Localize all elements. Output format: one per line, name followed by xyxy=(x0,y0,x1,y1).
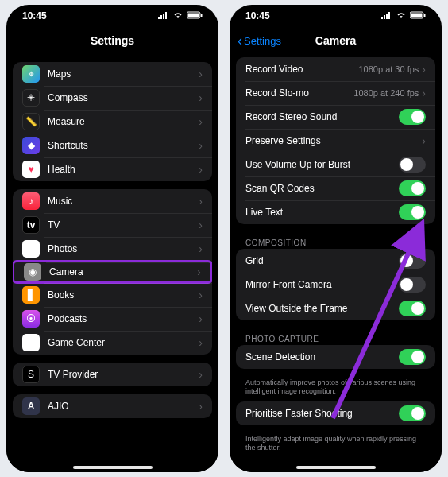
settings-row-compass[interactable]: ✳Compass› xyxy=(13,86,212,110)
settings-row-label: Game Center xyxy=(48,337,199,348)
settings-row-label: Camera xyxy=(49,266,197,277)
svg-rect-2 xyxy=(163,14,164,19)
camera-row-volume-burst[interactable]: Use Volume Up for Burst xyxy=(236,153,435,176)
svg-rect-12 xyxy=(411,14,423,17)
toggle-knob xyxy=(411,407,424,420)
settings-row-label: TV Provider xyxy=(48,369,199,380)
section-header-photocapture: PHOTO CAPTURE xyxy=(230,328,442,345)
settings-row-tvprovider[interactable]: STV Provider› xyxy=(13,363,212,386)
settings-group-thirdparty: AAJIO› xyxy=(13,394,212,418)
settings-row-health[interactable]: ♥Health› xyxy=(13,157,212,181)
signal-icon xyxy=(381,10,392,21)
chevron-right-icon: › xyxy=(199,195,203,207)
settings-row-ajio[interactable]: AAJIO› xyxy=(13,394,212,418)
toggle-knob xyxy=(411,351,424,363)
svg-rect-7 xyxy=(381,17,383,19)
settings-row-shortcuts[interactable]: ◆Shortcuts› xyxy=(13,134,212,157)
chevron-right-icon: › xyxy=(197,266,201,278)
scan-qr-toggle[interactable] xyxy=(399,180,426,196)
status-bar: 10:45 xyxy=(230,5,442,27)
camera-row-scene-detection[interactable]: Scene Detection xyxy=(236,345,435,369)
camera-group-main: Record Video1080p at 30 fps›Record Slo-m… xyxy=(236,57,435,224)
camera-row-grid[interactable]: Grid xyxy=(236,249,435,273)
back-button[interactable]: ‹ Settings xyxy=(238,33,281,48)
grid-toggle[interactable] xyxy=(399,253,426,269)
camera-row-value: 1080p at 240 fps xyxy=(353,88,419,98)
camera-row-record-video[interactable]: Record Video1080p at 30 fps› xyxy=(236,57,435,81)
health-icon: ♥ xyxy=(22,161,40,178)
chevron-right-icon: › xyxy=(422,63,426,76)
section-header-composition: COMPOSITION xyxy=(230,232,442,249)
camera-row-label: Record Stereo Sound xyxy=(245,111,399,122)
phone-settings: 10:45 Settings ⌖Maps›✳Compass›📏Measure›◆… xyxy=(6,5,218,472)
camera-row-prioritise-faster[interactable]: Prioritise Faster Shooting xyxy=(236,401,435,425)
settings-row-label: Compass xyxy=(48,92,199,103)
home-indicator[interactable] xyxy=(296,466,376,469)
camera-content[interactable]: Record Video1080p at 30 fps›Record Slo-m… xyxy=(230,54,442,472)
settings-row-podcasts[interactable]: ⦿Podcasts› xyxy=(13,307,212,331)
music-icon: ♪ xyxy=(22,192,40,210)
toggle-knob xyxy=(411,182,424,195)
prioritise-faster-toggle[interactable] xyxy=(399,405,426,421)
settings-row-label: AJIO xyxy=(48,401,199,412)
settings-row-tv[interactable]: tvTV› xyxy=(13,213,212,237)
camera-row-label: Use Volume Up for Burst xyxy=(245,159,399,170)
camera-row-record-stereo[interactable]: Record Stereo Sound xyxy=(236,105,435,129)
view-outside-toggle[interactable] xyxy=(399,301,426,316)
chevron-left-icon: ‹ xyxy=(238,33,242,48)
record-stereo-toggle[interactable] xyxy=(399,109,426,125)
settings-row-label: Maps xyxy=(48,68,199,80)
camera-group-composition: GridMirror Front CameraView Outside the … xyxy=(236,249,435,320)
camera-row-label: Mirror Front Camera xyxy=(245,279,399,290)
maps-icon: ⌖ xyxy=(22,65,40,83)
books-icon: ▋ xyxy=(22,286,40,304)
volume-burst-toggle[interactable] xyxy=(399,157,426,173)
settings-row-books[interactable]: ▋Books› xyxy=(13,283,212,307)
camera-row-record-slomo[interactable]: Record Slo-mo1080p at 240 fps› xyxy=(236,81,435,105)
settings-row-camera[interactable]: ◉Camera› xyxy=(13,260,212,284)
chevron-right-icon: › xyxy=(199,115,203,128)
page-title: Settings xyxy=(91,34,134,47)
camera-row-live-text[interactable]: Live Text xyxy=(236,200,435,224)
chevron-right-icon: › xyxy=(199,163,203,176)
settings-row-label: Shortcuts xyxy=(48,140,199,151)
settings-content[interactable]: ⌖Maps›✳Compass›📏Measure›◆Shortcuts›♥Heal… xyxy=(6,54,218,472)
tvprovider-icon: S xyxy=(22,366,40,383)
mirror-front-toggle[interactable] xyxy=(399,277,426,293)
phone-camera: 10:45 ‹ Settings Camera Record Video1080… xyxy=(230,5,442,472)
camera-row-label: Live Text xyxy=(245,207,399,218)
photos-icon: ❀ xyxy=(22,240,40,258)
compass-icon: ✳ xyxy=(22,89,40,107)
settings-row-photos[interactable]: ❀Photos› xyxy=(13,237,212,261)
camera-icon: ◉ xyxy=(24,263,41,281)
settings-row-maps[interactable]: ⌖Maps› xyxy=(13,62,212,86)
status-time: 10:45 xyxy=(245,10,270,21)
settings-row-gamecenter[interactable]: ✦Game Center› xyxy=(13,331,212,355)
camera-row-preserve-settings[interactable]: Preserve Settings› xyxy=(236,129,435,153)
camera-row-view-outside[interactable]: View Outside the Frame xyxy=(236,297,435,320)
camera-row-label: Scan QR Codes xyxy=(245,183,399,194)
camera-row-mirror-front[interactable]: Mirror Front Camera xyxy=(236,273,435,297)
chevron-right-icon: › xyxy=(199,242,203,255)
settings-group-media: ♪Music›tvTV›❀Photos›◉Camera›▋Books›⦿Podc… xyxy=(13,189,212,355)
camera-group-scene: Scene Detection xyxy=(236,345,435,369)
settings-row-music[interactable]: ♪Music› xyxy=(13,189,212,213)
scene-detection-toggle[interactable] xyxy=(399,349,426,365)
settings-row-measure[interactable]: 📏Measure› xyxy=(13,110,212,134)
settings-row-label: Photos xyxy=(48,243,199,254)
nav-header-settings: Settings xyxy=(6,27,218,54)
svg-rect-9 xyxy=(386,14,388,19)
toggle-knob xyxy=(411,111,424,123)
svg-rect-0 xyxy=(158,17,160,19)
measure-icon: 📏 xyxy=(22,113,40,130)
toggle-knob xyxy=(400,254,413,267)
signal-icon xyxy=(158,10,169,21)
camera-row-scan-qr[interactable]: Scan QR Codes xyxy=(236,176,435,200)
shortcuts-icon: ◆ xyxy=(22,137,40,154)
settings-row-label: Measure xyxy=(48,116,199,127)
live-text-toggle[interactable] xyxy=(399,204,426,220)
svg-rect-13 xyxy=(424,14,426,17)
home-indicator[interactable] xyxy=(73,466,153,469)
toggle-knob xyxy=(400,158,413,171)
podcasts-icon: ⦿ xyxy=(22,310,40,328)
